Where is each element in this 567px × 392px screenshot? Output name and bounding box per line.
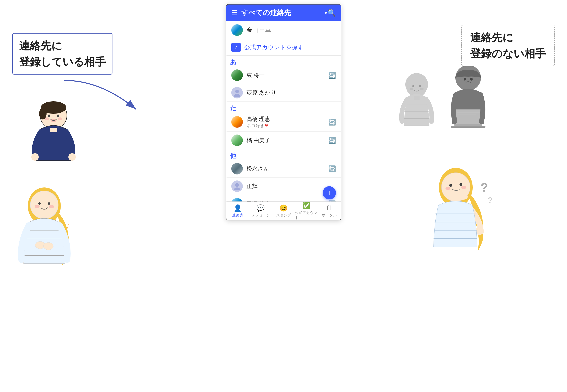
app-title: すべての連絡先 — [241, 8, 323, 17]
svg-point-16 — [35, 205, 40, 208]
avatar-azuma — [231, 70, 243, 81]
menu-icon[interactable]: ☰ — [231, 9, 237, 17]
svg-point-52 — [449, 184, 452, 187]
left-annotation-line1: 連絡先に — [19, 40, 62, 52]
dropdown-icon[interactable]: ▾ — [325, 10, 327, 16]
svg-point-28 — [235, 183, 239, 187]
section-other: 他 — [226, 149, 341, 160]
add-friend-matsunaga[interactable]: 🔄 — [328, 165, 336, 172]
avatar-ogiwara — [231, 87, 243, 98]
svg-text:♪: ♪ — [66, 221, 70, 230]
avatar-masateru — [231, 181, 243, 192]
official-account-item[interactable]: ✓ 公式アカウントを探す — [226, 39, 341, 56]
contact-list: 金山 三幸 ✓ 公式アカウントを探す あ 東 将一 🔄 荻原 あかり — [226, 21, 341, 201]
right-annotation-line2: 登録のない相手 — [470, 48, 546, 59]
svg-point-7 — [45, 117, 49, 120]
nav-official[interactable]: ✅ 公式アカウント — [295, 202, 318, 220]
contact-row-ogiwara[interactable]: 荻原 あかり — [226, 84, 341, 101]
svg-rect-9 — [50, 128, 57, 132]
svg-point-13 — [30, 191, 58, 219]
svg-point-5 — [57, 114, 59, 117]
official-account-label: 公式アカウントを探す — [245, 43, 304, 51]
svg-point-10 — [31, 153, 39, 161]
portal-nav-label: ポータル — [322, 213, 337, 218]
avatar-tachibana — [231, 135, 243, 146]
nav-contacts[interactable]: 👤 連絡先 — [226, 202, 249, 220]
add-friend-takahashi[interactable]: 🔄 — [328, 118, 336, 126]
contact-info-masateru: 正輝 — [247, 182, 336, 190]
contact-name-ogiwara: 荻原 あかり — [247, 89, 336, 97]
add-friend-tachibana[interactable]: 🔄 — [328, 137, 336, 144]
bottom-nav: 👤 連絡先 💬 メッセージ 😊 スタンプ ✅ 公式アカウント 🗒 ポータル — [226, 201, 341, 220]
stamps-nav-label: スタンプ — [276, 213, 291, 218]
right-gray-woman-figure — [394, 72, 439, 137]
svg-point-57 — [459, 194, 468, 200]
contact-name-matsunaga: 松永さん — [247, 165, 328, 172]
official-nav-icon: ✅ — [302, 202, 311, 210]
contact-info-tachibana: 橘 由美子 — [247, 137, 328, 144]
svg-point-32 — [412, 85, 415, 87]
add-friend-azuma[interactable]: 🔄 — [328, 72, 336, 79]
fab-button[interactable]: + — [323, 186, 336, 199]
svg-rect-39 — [414, 97, 419, 100]
phone-header: ☰ すべての連絡先 ▾ 🔍 — [226, 4, 341, 21]
contact-row-matsunaga[interactable]: 松永さん 🔄 — [226, 160, 341, 178]
svg-point-14 — [38, 202, 41, 205]
right-gray-hacker-figure — [443, 66, 493, 135]
add-friend-tanabe[interactable]: 🔄 — [328, 200, 336, 202]
svg-text:?: ? — [488, 196, 492, 205]
contact-name-tanabe: 田辺 壮介 — [247, 200, 328, 201]
svg-point-11 — [68, 153, 76, 161]
svg-point-24 — [43, 242, 53, 250]
right-thinking-girl-figure: ? ? — [419, 165, 497, 269]
avatar-matsunaga — [231, 163, 243, 174]
right-annotation-box: 連絡先に 登録のない相手 — [461, 25, 555, 66]
search-icon[interactable]: 🔍 — [327, 9, 336, 17]
phone-container: ☰ すべての連絡先 ▾ 🔍 金山 三幸 ✓ 公式アカウントを探す あ 東 将一 … — [226, 4, 341, 220]
contact-name-azuma: 東 将一 — [247, 71, 328, 79]
svg-point-17 — [49, 205, 54, 208]
right-annotation-line1: 連絡先に — [470, 31, 513, 43]
contact-row-azuma[interactable]: 東 将一 🔄 — [226, 67, 341, 84]
left-arrow — [60, 76, 142, 117]
official-icon: ✓ — [231, 43, 241, 52]
svg-point-33 — [419, 85, 421, 87]
left-annotation-line2: 登録している相手 — [19, 56, 106, 68]
contact-row-takahashi[interactable]: 高橋 理恵 ネコ好き❤ 🔄 — [226, 112, 341, 132]
svg-point-54 — [445, 187, 450, 190]
svg-point-8 — [58, 117, 62, 120]
nav-stamps[interactable]: 😊 スタンプ — [272, 202, 295, 220]
nav-portal[interactable]: 🗒 ポータル — [318, 202, 341, 220]
svg-point-3 — [39, 108, 47, 119]
avatar-takahashi — [231, 116, 243, 128]
section-a: あ — [226, 56, 341, 67]
contact-status-takahashi: ネコ好き❤ — [247, 123, 328, 128]
svg-point-35 — [420, 88, 424, 90]
svg-point-15 — [48, 202, 50, 205]
contact-name-tachibana: 橘 由美子 — [247, 137, 328, 144]
contact-row-tachibana[interactable]: 橘 由美子 🔄 — [226, 132, 341, 149]
svg-point-26 — [235, 90, 239, 93]
contact-info-ogiwara: 荻原 あかり — [247, 89, 336, 97]
svg-point-4 — [48, 114, 50, 117]
svg-point-27 — [234, 94, 240, 97]
left-girl-figure: ♪ — [8, 185, 80, 281]
svg-point-53 — [459, 183, 462, 186]
contact-info-takahashi: 高橋 理恵 ネコ好き❤ — [247, 115, 328, 128]
top-contact-item[interactable]: 金山 三幸 — [226, 21, 341, 39]
messages-nav-icon: 💬 — [256, 204, 265, 212]
contact-name-takahashi: 高橋 理恵 — [247, 115, 328, 123]
contact-name-kanayama: 金山 三幸 — [247, 26, 271, 34]
svg-point-55 — [461, 186, 466, 189]
contact-name-masateru: 正輝 — [247, 182, 336, 190]
messages-nav-label: メッセージ — [251, 213, 270, 218]
left-annotation-box: 連絡先に 登録している相手 — [12, 33, 112, 75]
contacts-nav-icon: 👤 — [234, 204, 242, 212]
avatar-kanayama — [231, 24, 243, 36]
svg-rect-46 — [451, 126, 485, 128]
stamps-nav-icon: 😊 — [279, 204, 288, 212]
svg-point-42 — [464, 78, 466, 81]
avatar-tanabe — [231, 198, 243, 201]
portal-nav-icon: 🗒 — [326, 204, 333, 212]
nav-messages[interactable]: 💬 メッセージ — [249, 202, 272, 220]
